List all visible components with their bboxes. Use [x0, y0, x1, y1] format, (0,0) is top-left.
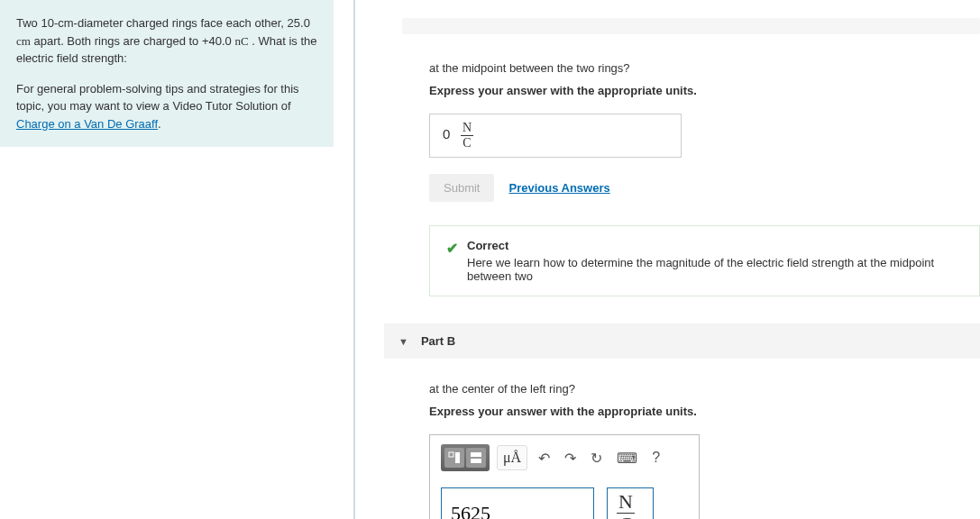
video-tutor-link[interactable]: Charge on a Van De Graaff — [16, 117, 158, 131]
help-icon[interactable]: ? — [648, 448, 664, 468]
part-b-input-box: μÅ ↶ ↷ ↻ ⌨ ? N C — [429, 434, 700, 519]
vertical-divider — [353, 0, 355, 519]
unit-numerator: N — [617, 492, 635, 514]
part-a-answer-display: 0 N C — [429, 114, 682, 158]
unit-input[interactable]: N C — [607, 487, 654, 519]
submit-button[interactable]: Submit — [429, 174, 494, 202]
caret-down-icon: ▼ — [398, 336, 408, 347]
template-icon-2 — [466, 448, 486, 468]
svg-rect-3 — [471, 459, 481, 463]
unit-cm: cm — [16, 34, 31, 48]
undo-icon[interactable]: ↶ — [535, 448, 554, 469]
text-fragment: . — [158, 117, 161, 131]
part-a-answer-unit: N C — [461, 122, 473, 150]
part-a-instruction: Express your answer with the appropriate… — [429, 84, 980, 97]
part-a-question: at the midpoint between the two rings? — [429, 61, 980, 75]
unit-numerator: N — [461, 122, 473, 136]
part-b-instruction: Express your answer with the appropriate… — [429, 405, 980, 418]
value-input[interactable] — [441, 487, 594, 519]
previous-answers-link[interactable]: Previous Answers — [508, 181, 609, 195]
part-a-answer-value: 0 — [443, 126, 450, 141]
template-picker[interactable] — [441, 444, 490, 471]
redo-icon[interactable]: ↷ — [561, 448, 580, 469]
reset-icon[interactable]: ↻ — [587, 448, 606, 469]
input-toolbar: μÅ ↶ ↷ ↻ ⌨ ? — [441, 444, 688, 471]
feedback-text: Here we learn how to determine the magni… — [467, 256, 963, 283]
units-button[interactable]: μÅ — [497, 445, 527, 470]
svg-rect-1 — [455, 452, 460, 463]
check-icon: ✔ — [446, 240, 458, 257]
svg-rect-2 — [471, 452, 481, 457]
keyboard-icon[interactable]: ⌨ — [613, 448, 641, 469]
unit-nc: nC — [234, 34, 248, 48]
text-fragment: apart. Both rings are charged to +40.0 — [31, 34, 235, 48]
text-fragment: For general problem-solving tips and str… — [16, 82, 299, 114]
text-fragment: Two 10-cm-diameter charged rings face ea… — [16, 16, 310, 30]
part-b-question: at the center of the left ring? — [429, 382, 980, 396]
part-b-header[interactable]: ▼ Part B — [384, 323, 980, 359]
problem-statement: Two 10-cm-diameter charged rings face ea… — [0, 0, 334, 147]
problem-tips: For general problem-solving tips and str… — [16, 80, 317, 133]
feedback-correct: ✔ Correct Here we learn how to determine… — [429, 225, 980, 296]
template-icon-1 — [444, 448, 464, 468]
part-a-header-bar — [402, 18, 980, 34]
unit-denominator: C — [461, 136, 473, 150]
problem-text: Two 10-cm-diameter charged rings face ea… — [16, 14, 317, 68]
svg-rect-0 — [449, 452, 453, 457]
feedback-title: Correct — [467, 239, 963, 252]
unit-denominator: C — [617, 514, 635, 519]
part-b-label: Part B — [421, 334, 455, 348]
